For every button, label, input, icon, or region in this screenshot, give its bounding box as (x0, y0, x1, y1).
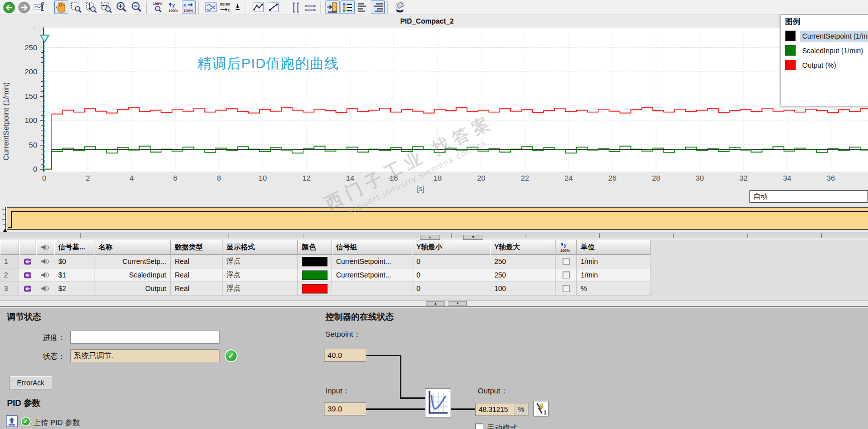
legend-right-button[interactable] (371, 1, 385, 14)
y-tick (41, 77, 43, 77)
toolbar-separator (49, 2, 52, 14)
output-wire (451, 408, 476, 410)
fit-curves-button[interactable] (204, 1, 218, 14)
toolbar-separator (146, 2, 150, 14)
overview-band-region (0, 206, 868, 232)
cell-color[interactable] (298, 255, 332, 268)
splitter-up-button[interactable]: ▲ (420, 235, 440, 240)
cell-speaker[interactable] (36, 282, 54, 296)
legend-show-icon (341, 1, 354, 14)
ruler-tick (821, 233, 822, 238)
cell-speaker[interactable] (36, 268, 54, 282)
cell-scale[interactable] (556, 282, 577, 296)
scale-x-100-button[interactable]: x100% (182, 1, 196, 14)
interpolation-button[interactable] (266, 1, 280, 14)
background-color-icon (393, 1, 406, 14)
horizontal-rulers-button[interactable] (303, 1, 317, 14)
y-tick (41, 130, 43, 130)
zoom-100-button[interactable]: 100% (152, 1, 166, 14)
legend-entry[interactable]: ScaledInput (1/min) (781, 43, 868, 58)
cell-fmt: 浮点 (223, 282, 298, 296)
table-row[interactable]: 2$1ScaledInputReal浮点CurrentSetpoint...02… (0, 268, 650, 282)
signal-table-toggle-button[interactable] (325, 1, 340, 14)
x-tick-label: 16 (385, 174, 402, 182)
chart-annotation: 精调后PID值跑的曲线 (197, 54, 339, 73)
zoom-region-button[interactable] (69, 1, 83, 14)
svg-text:x: x (183, 3, 186, 8)
overview-band[interactable] (7, 207, 868, 230)
toolbar-separator (320, 2, 323, 14)
back-arrow-button[interactable] (2, 1, 16, 14)
svg-text:100%: 100% (561, 248, 571, 253)
x-tick-label: 12 (298, 174, 315, 182)
table-row[interactable]: 3$2OutputReal浮点0100% (0, 282, 650, 296)
legend-show-button[interactable] (341, 1, 355, 14)
cell-dtype: Real (171, 282, 223, 296)
color-swatch[interactable] (302, 270, 328, 280)
samples-icon (252, 1, 265, 14)
manual-mode-checkbox[interactable] (475, 423, 483, 429)
splitter-down-button[interactable]: ▼ (463, 235, 483, 240)
cell-scale[interactable] (556, 268, 577, 282)
input-field[interactable]: 39.0 (324, 402, 366, 415)
pan-hand-button[interactable] (54, 1, 68, 14)
x-tick-label: 30 (691, 174, 708, 182)
signal-table: 信号基...名称数据类型显示格式颜色信号组Y轴最小Y轴最大y100%单位 1$0… (0, 240, 868, 301)
cell-name: ScaledInput (94, 268, 171, 282)
cell-color[interactable] (298, 282, 332, 296)
legend-panel: 图例 CurrentSetpoint (1/min)ScaledInput (1… (781, 14, 868, 106)
cell-color[interactable] (298, 268, 332, 282)
time-axis-button[interactable]: 00:00t (219, 1, 243, 14)
scale-y-100-button[interactable]: y100% (167, 1, 181, 14)
y-tick-label: 250 (0, 43, 37, 52)
cell-sig: $0 (54, 255, 94, 268)
x-tick-label: 36 (822, 174, 839, 182)
upload-pid-label: 上传 PID 参数 (33, 418, 80, 427)
scale-checkbox[interactable] (563, 271, 570, 278)
y-tick (41, 164, 43, 165)
setpoint-field[interactable]: 40.0 (324, 349, 366, 362)
sampling-mode-dropdown[interactable]: 自动 (749, 190, 868, 203)
error-ack-button[interactable]: ErrorAck (9, 376, 52, 389)
upload-pid-icon[interactable] (6, 415, 18, 427)
cell-ymin: 0 (412, 282, 490, 296)
y-tick (41, 111, 43, 111)
splitter2-up-button[interactable]: ▲ (426, 301, 445, 306)
trace-pin-button[interactable] (32, 1, 46, 14)
cell-plug[interactable] (19, 282, 36, 296)
legend-title: 图例 (781, 15, 868, 29)
table-row[interactable]: 1$0CurrentSetp...Real浮点CurrentSetpoint..… (0, 255, 650, 268)
zoom-100-icon: 100% (152, 1, 165, 14)
cell-speaker[interactable] (36, 255, 54, 268)
scale-checkbox[interactable] (563, 285, 570, 292)
y-tick (41, 135, 43, 135)
zoom-in-button[interactable] (115, 1, 129, 14)
ruler-cursor-handle[interactable] (40, 34, 50, 43)
y-tick (40, 96, 43, 97)
y-tick (41, 81, 43, 82)
legend-entry[interactable]: Output (%) (781, 58, 868, 72)
x-tick-label: 0 (36, 174, 53, 182)
cell-plug[interactable] (19, 268, 36, 282)
scale-checkbox[interactable] (563, 258, 570, 265)
vertical-rulers-button[interactable] (288, 1, 302, 14)
splitter2-down-button[interactable]: ▼ (449, 301, 467, 306)
zoom-region-horizontal-button[interactable] (99, 1, 114, 14)
toolbar-separator (246, 2, 249, 14)
legend-entry[interactable]: CurrentSetpoint (1/min) (781, 29, 868, 43)
color-swatch[interactable] (302, 257, 328, 266)
overview-mini-axis (0, 207, 7, 230)
cell-scale[interactable] (556, 255, 577, 268)
forward-arrow-button[interactable] (17, 1, 31, 14)
color-swatch[interactable] (302, 284, 328, 294)
zoom-region-vertical-button[interactable] (84, 1, 98, 14)
progress-field[interactable] (70, 331, 220, 344)
samples-button[interactable] (251, 1, 265, 14)
legend-left-button[interactable] (356, 1, 370, 14)
manual-value-button[interactable]: 1 (533, 401, 549, 416)
cell-plug[interactable] (19, 255, 36, 268)
background-color-button[interactable] (393, 1, 407, 14)
plot-area[interactable] (44, 28, 868, 172)
zoom-out-button[interactable] (130, 1, 144, 14)
cell-group (332, 282, 412, 296)
